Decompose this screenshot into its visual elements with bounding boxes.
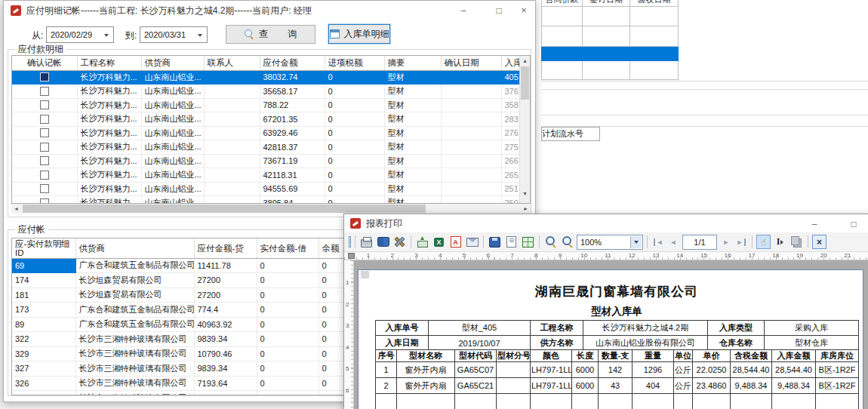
scrollbar-thumb[interactable]: [23, 204, 426, 213]
receipt-detail-button[interactable]: 入库单明细: [328, 24, 390, 44]
minimize-button[interactable]: –: [452, 1, 475, 20]
table-row[interactable]: 长沙万科魅力...山东南山铝业...94555.690型材251: [12, 182, 519, 196]
scroll-up-icon[interactable]: ▲: [520, 56, 530, 66]
col-supplier[interactable]: 供货商: [75, 238, 194, 258]
table-row[interactable]: 329长沙市三湘特种玻璃有限公司10790.4600: [12, 346, 349, 361]
panel-icon[interactable]: [344, 235, 351, 249]
book-icon[interactable]: [376, 235, 390, 249]
col-summary[interactable]: 摘要: [384, 56, 441, 70]
table-row[interactable]: 89广东合和建筑五金制品有限公司40963.9200: [12, 317, 349, 332]
table-row[interactable]: [542, 26, 679, 46]
table-row[interactable]: 长沙万科魅力...山东南山铝业...788.220型材358: [12, 98, 519, 112]
titlebar[interactable]: 应付明细记帐------当前工程: 长沙万科魅力之城4.2期------当前用户…: [4, 1, 535, 20]
query-button-label: 查 询: [259, 28, 297, 41]
first-page-button[interactable]: ◄: [654, 238, 664, 246]
minimize-button[interactable]: –: [803, 214, 826, 233]
from-date-combo[interactable]: 2020/02/29: [46, 26, 114, 43]
zoom-level-combo[interactable]: 100%: [577, 235, 643, 250]
next-page-button[interactable]: ►: [719, 238, 733, 246]
copy-icon[interactable]: [790, 235, 804, 249]
table-row[interactable]: 长沙万科魅力...山东南山铝业...42118.310型材265: [12, 168, 519, 183]
report-company-title: 湖南巨晟门窗幕墙有限公司: [375, 283, 858, 300]
col-confirm-date[interactable]: 确认日期: [441, 56, 501, 70]
save-icon[interactable]: [488, 235, 502, 249]
confirm-checkbox[interactable]: [40, 87, 49, 96]
email-icon[interactable]: [465, 235, 479, 249]
table-row[interactable]: 173广东合和建筑五金制品有限公司774.400: [12, 303, 349, 318]
contact-cell: [204, 182, 260, 196]
confirm-checkbox[interactable]: [40, 156, 49, 165]
col-receipt[interactable]: 入库: [501, 56, 519, 70]
col-confirm[interactable]: 确认记帐: [12, 56, 77, 70]
cell: 142: [599, 362, 633, 378]
divider: [541, 115, 868, 115]
dropdown-arrow-icon[interactable]: [630, 236, 642, 248]
supplier-cell: 山东南山铝业...: [141, 140, 204, 155]
scroll-down-icon[interactable]: ▼: [520, 189, 530, 198]
table-row[interactable]: 326长沙市三湘特种玻璃有限公司7193.6400: [12, 376, 349, 391]
table-row[interactable]: 181长沙坦森贸易有限公司2720000: [12, 288, 349, 303]
close-button[interactable]: ×: [512, 1, 535, 20]
col-debit[interactable]: 实付金额-借: [257, 238, 319, 258]
text-select-tool-icon[interactable]: I: [773, 235, 787, 249]
table-row[interactable]: 174长沙坦森贸易有限公司2720000: [12, 273, 349, 288]
col-id[interactable]: 应-实付款明细ID: [12, 238, 75, 258]
zoom-in-icon[interactable]: [543, 235, 558, 249]
table-row[interactable]: 长沙万科魅力...山东南山铝业...67201.350型材283: [12, 112, 519, 127]
export-excel-icon[interactable]: [432, 235, 446, 249]
debit-cell: 0: [257, 391, 319, 396]
confirm-checkbox[interactable]: [40, 143, 49, 152]
confirm-checkbox[interactable]: [40, 198, 49, 204]
table-row[interactable]: 长沙万科魅力...山东南山铝业...63929.460型材276: [12, 126, 519, 140]
confirm-cell: [12, 70, 77, 85]
scroll-right-icon[interactable]: ►: [521, 204, 531, 214]
table-row[interactable]: 327长沙市三湘特种玻璃有限公司9839.3400: [12, 361, 349, 377]
table-row[interactable]: 322长沙市三湘特种玻璃有限公司9839.3400: [12, 332, 349, 347]
query-button[interactable]: 查 询: [226, 25, 315, 44]
titlebar[interactable]: 报表打印 – □ ×: [344, 214, 868, 232]
table-row[interactable]: 69广东合和建筑五金制品有限公司11411.7800: [12, 258, 349, 273]
horizontal-scrollbar[interactable]: ◄ ►: [11, 204, 531, 214]
to-date-combo[interactable]: 2020/03/31: [140, 26, 208, 43]
table-row[interactable]: 长沙万科魅力...山东南山铝业...35658.170型材376: [12, 85, 519, 99]
zoom-out-icon[interactable]: [560, 235, 574, 249]
export-pdf-icon[interactable]: [448, 235, 463, 249]
maximize-button[interactable]: □: [488, 1, 510, 20]
contact-cell: [204, 140, 260, 155]
document-icon[interactable]: [504, 235, 519, 249]
table-row[interactable]: 长沙万科魅力...山东南山铝业...73671.190型材266: [12, 154, 519, 168]
id-cell: 329: [12, 346, 75, 361]
table-row[interactable]: 长沙万科魅力...山东南山铝业...42818.370型材275: [12, 140, 519, 155]
confirm-checkbox[interactable]: [40, 171, 49, 180]
maximize-button[interactable]: □: [842, 214, 865, 233]
scroll-left-icon[interactable]: ◄: [11, 204, 21, 214]
print-setup-icon[interactable]: [392, 235, 407, 249]
hand-tool-icon[interactable]: ☝: [756, 235, 771, 249]
table-row-selected[interactable]: [542, 46, 679, 60]
scrollbar-thumb[interactable]: [521, 66, 529, 100]
export-icon[interactable]: [415, 235, 429, 249]
page-number-input[interactable]: 1/1: [682, 235, 717, 250]
col-contact[interactable]: 联系人: [204, 56, 260, 70]
col-amount[interactable]: 应付金额: [260, 56, 325, 70]
vertical-scrollbar[interactable]: ▲ ▼: [519, 56, 530, 203]
prev-page-button[interactable]: ◄: [666, 238, 680, 246]
table-row[interactable]: [542, 6, 679, 26]
confirm-checkbox[interactable]: [40, 100, 49, 109]
col-credit[interactable]: 应付金额-贷: [194, 238, 257, 258]
table-export-icon[interactable]: [521, 235, 535, 249]
close-preview-icon[interactable]: ×: [812, 235, 826, 249]
table-row[interactable]: [542, 60, 679, 79]
last-page-button[interactable]: ►: [735, 238, 746, 246]
col-supplier[interactable]: 供货商: [141, 56, 204, 70]
table-row[interactable]: 325长沙市三湘特种玻璃有限公司9839.3400: [12, 391, 349, 396]
table-row[interactable]: 长沙万科魅力...山东南山铝业...38032.740型材405: [12, 70, 519, 85]
confirm-checkbox[interactable]: [40, 184, 49, 193]
print-icon[interactable]: [359, 235, 374, 249]
table-row[interactable]: 长沙万科魅力...山东南山铝业...3895.840型材250: [12, 196, 519, 204]
confirm-checkbox[interactable]: [40, 72, 49, 81]
confirm-checkbox[interactable]: [40, 115, 49, 124]
col-project[interactable]: 工程名称: [77, 56, 141, 70]
confirm-checkbox[interactable]: [40, 128, 49, 137]
col-tax[interactable]: 进项税额: [325, 56, 384, 70]
